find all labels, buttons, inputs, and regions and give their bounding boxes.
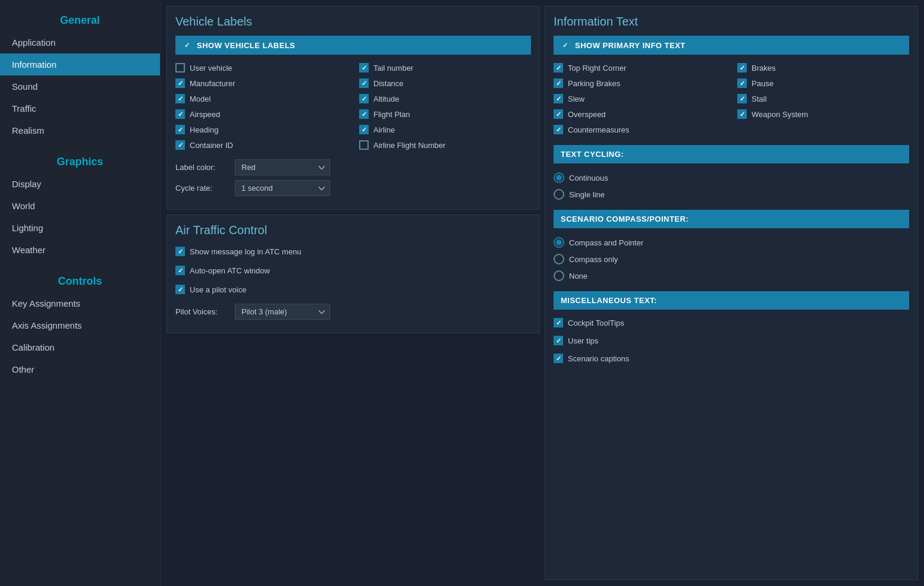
sidebar-item-realism[interactable]: Realism [0,119,160,141]
show-primary-info-header[interactable]: SHOW PRIMARY INFO TEXT [554,36,909,55]
tc-continuous[interactable]: Continuous [554,169,909,186]
vl-model-cb[interactable] [175,94,185,103]
vl-tail-number[interactable]: Tail number [359,61,531,75]
vl-altitude-label: Altitude [373,94,399,103]
it-parking-brakes-cb[interactable] [554,78,563,88]
vl-user-vehicle[interactable]: User vehicle [175,61,347,75]
tc-single-line-label: Single line [569,190,605,199]
pilot-voices-select[interactable]: Pilot 1 (male) Pilot 2 (female) Pilot 3 … [235,304,330,320]
sidebar-item-calibration[interactable]: Calibration [0,336,160,358]
sidebar-item-information[interactable]: Information [0,53,160,75]
mt-user-tips-label: User tips [568,336,598,345]
sc-compass-pointer[interactable]: Compass and Pointer [554,234,909,251]
vl-airspeed[interactable]: Airspeed [175,107,347,121]
sidebar-item-key-assignments[interactable]: Key Assignments [0,292,160,314]
it-countermeasures-label: Countermeasures [568,125,629,134]
it-stall[interactable]: Stall [737,92,909,106]
show-primary-info-cb[interactable] [561,40,570,50]
sidebar-item-application[interactable]: Application [0,31,160,53]
vl-model[interactable]: Model [175,92,347,106]
it-top-right[interactable]: Top Right Corner [554,61,725,75]
it-overspeed[interactable]: Overspeed [554,107,725,121]
label-color-select[interactable]: Red White Yellow Green Blue [235,159,330,175]
it-overspeed-cb[interactable] [554,109,563,119]
sc-compass-only-radio[interactable] [554,254,564,264]
it-top-right-cb[interactable] [554,63,563,73]
mt-user-tips-cb[interactable] [554,336,563,345]
sidebar-item-axis-assignments[interactable]: Axis Assignments [0,314,160,336]
vl-user-vehicle-cb[interactable] [175,63,185,73]
it-slew[interactable]: Slew [554,92,725,106]
sidebar-item-world[interactable]: World [0,195,160,217]
vl-manufacturer-cb[interactable] [175,78,185,88]
sc-compass-only[interactable]: Compass only [554,251,909,267]
show-vehicle-labels-header[interactable]: SHOW VEHICLE LABELS [175,36,531,55]
vl-container-id[interactable]: Container ID [175,138,347,152]
it-weapon-system-cb[interactable] [737,109,747,119]
atc-auto-open[interactable]: Auto-open ATC window [175,263,531,278]
vl-airline[interactable]: Airline [359,122,531,137]
text-cycling-label: TEXT CYCLING: [561,150,624,159]
vl-container-id-cb[interactable] [175,140,185,150]
mt-user-tips[interactable]: User tips [554,333,909,348]
tc-single-line-radio[interactable] [554,189,564,200]
vl-airline-flight-number[interactable]: Airline Flight Number [359,138,531,152]
it-brakes-cb[interactable] [737,63,747,73]
sc-compass-pointer-radio[interactable] [554,237,564,248]
sidebar-item-display[interactable]: Display [0,173,160,195]
vl-heading[interactable]: Heading [175,122,347,137]
it-brakes-label: Brakes [752,64,775,73]
it-pause-label: Pause [752,79,774,88]
it-pause-cb[interactable] [737,78,747,88]
mt-scenario-captions[interactable]: Scenario captions [554,351,909,366]
atc-message-log-cb[interactable] [175,247,185,256]
mt-cockpit-tooltips-cb[interactable] [554,318,563,327]
it-slew-cb[interactable] [554,94,563,103]
text-cycling-header: TEXT CYCLING: [554,145,909,163]
scenario-compass-header: SCENARIO COMPASS/POINTER: [554,210,909,228]
vl-flight-plan-cb[interactable] [359,109,369,119]
atc-pilot-voice[interactable]: Use a pilot voice [175,282,531,297]
sc-none-radio[interactable] [554,270,564,281]
mt-cockpit-tooltips[interactable]: Cockpit ToolTips [554,316,909,330]
it-brakes[interactable]: Brakes [737,61,909,75]
vl-altitude-cb[interactable] [359,94,369,103]
vl-heading-cb[interactable] [175,125,185,134]
sidebar-item-traffic[interactable]: Traffic [0,97,160,119]
cycle-rate-select[interactable]: 1 second 2 seconds 3 seconds 5 seconds [235,180,330,196]
tc-single-line[interactable]: Single line [554,186,909,203]
vl-flight-plan-label: Flight Plan [373,110,410,119]
atc-auto-open-cb[interactable] [175,266,185,275]
vl-tail-number-cb[interactable] [359,63,369,73]
it-countermeasures[interactable]: Countermeasures [554,122,725,137]
sidebar-item-other[interactable]: Other [0,358,160,380]
sidebar-item-weather[interactable]: Weather [0,239,160,261]
vl-model-label: Model [190,94,210,103]
cycle-rate-label: Cycle rate: [175,184,229,193]
atc-pilot-voice-cb[interactable] [175,285,185,294]
it-countermeasures-cb[interactable] [554,125,563,134]
it-weapon-system[interactable]: Weapon System [737,107,909,121]
show-vehicle-labels-checkbox[interactable] [183,40,192,50]
vl-airline-flight-number-cb[interactable] [359,140,369,150]
show-primary-info-label: SHOW PRIMARY INFO TEXT [575,41,686,50]
sidebar-item-lighting[interactable]: Lighting [0,217,160,239]
tc-continuous-radio[interactable] [554,172,564,183]
vl-distance-cb[interactable] [359,78,369,88]
atc-message-log[interactable]: Show message log in ATC menu [175,244,531,259]
it-slew-label: Slew [568,94,584,103]
sc-none[interactable]: None [554,267,909,284]
vl-altitude[interactable]: Altitude [359,92,531,106]
vl-flight-plan[interactable]: Flight Plan [359,107,531,121]
it-pause[interactable]: Pause [737,76,909,90]
sidebar-item-sound[interactable]: Sound [0,75,160,97]
vl-distance[interactable]: Distance [359,76,531,90]
mt-scenario-captions-cb[interactable] [554,354,563,363]
vl-manufacturer[interactable]: Manufacturer [175,76,347,90]
it-parking-brakes[interactable]: Parking Brakes [554,76,725,90]
vl-airline-cb[interactable] [359,125,369,134]
vl-airspeed-cb[interactable] [175,109,185,119]
vl-airline-label: Airline [373,125,395,134]
vl-airspeed-label: Airspeed [190,110,220,119]
it-stall-cb[interactable] [737,94,747,103]
